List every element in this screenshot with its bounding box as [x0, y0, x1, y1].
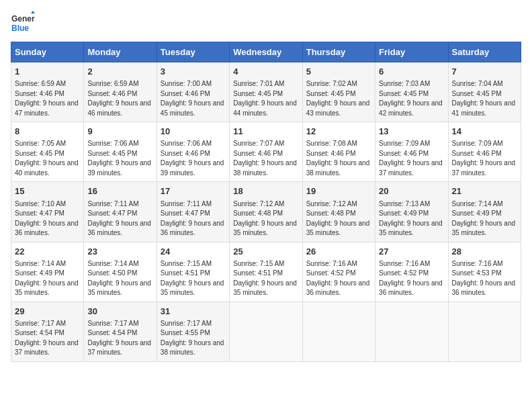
day-number: 20 [379, 185, 444, 197]
svg-text:General: General [11, 14, 35, 24]
cell-info: Sunrise: 7:00 AMSunset: 4:46 PMDaylight:… [161, 79, 226, 118]
day-number: 9 [87, 126, 152, 138]
weekday-header-sunday: Sunday [11, 42, 84, 62]
cell-info: Sunrise: 7:03 AMSunset: 4:45 PMDaylight:… [379, 79, 444, 118]
cell-info: Sunrise: 7:02 AMSunset: 4:45 PMDaylight:… [306, 79, 371, 118]
cell-info: Sunrise: 7:12 AMSunset: 4:48 PMDaylight:… [233, 199, 298, 238]
calendar-cell: 22Sunrise: 7:14 AMSunset: 4:49 PMDayligh… [11, 242, 84, 302]
calendar-cell: 16Sunrise: 7:11 AMSunset: 4:47 PMDayligh… [84, 182, 157, 242]
weekday-header-saturday: Saturday [448, 42, 521, 62]
day-number: 16 [87, 185, 152, 197]
cell-info: Sunrise: 7:05 AMSunset: 4:45 PMDaylight:… [15, 139, 80, 178]
day-number: 26 [306, 246, 371, 258]
weekday-header-friday: Friday [375, 42, 448, 62]
cell-info: Sunrise: 6:59 AMSunset: 4:46 PMDaylight:… [15, 79, 80, 118]
day-number: 22 [15, 246, 80, 258]
calendar-cell [230, 302, 302, 361]
day-number: 12 [306, 126, 371, 138]
day-number: 17 [161, 185, 226, 197]
cell-info: Sunrise: 7:15 AMSunset: 4:51 PMDaylight:… [161, 259, 226, 298]
calendar-cell: 1Sunrise: 6:59 AMSunset: 4:46 PMDaylight… [11, 62, 84, 122]
calendar-cell [375, 302, 448, 361]
calendar-cell: 3Sunrise: 7:00 AMSunset: 4:46 PMDaylight… [157, 62, 229, 122]
calendar-cell: 15Sunrise: 7:10 AMSunset: 4:47 PMDayligh… [11, 182, 84, 242]
day-number: 27 [379, 246, 444, 258]
day-number: 23 [87, 246, 152, 258]
calendar-cell: 11Sunrise: 7:07 AMSunset: 4:46 PMDayligh… [230, 122, 302, 182]
day-number: 6 [379, 66, 444, 78]
day-number: 13 [379, 126, 444, 138]
calendar-cell: 4Sunrise: 7:01 AMSunset: 4:45 PMDaylight… [230, 62, 302, 122]
cell-info: Sunrise: 7:10 AMSunset: 4:47 PMDaylight:… [15, 199, 80, 238]
cell-info: Sunrise: 7:16 AMSunset: 4:53 PMDaylight:… [452, 259, 517, 298]
day-number: 31 [161, 306, 226, 318]
day-number: 3 [161, 66, 226, 78]
cell-info: Sunrise: 6:59 AMSunset: 4:46 PMDaylight:… [87, 79, 152, 118]
cell-info: Sunrise: 7:06 AMSunset: 4:46 PMDaylight:… [161, 139, 226, 178]
cell-info: Sunrise: 7:06 AMSunset: 4:45 PMDaylight:… [87, 139, 152, 178]
day-number: 19 [306, 185, 371, 197]
day-number: 2 [87, 66, 152, 78]
calendar-cell: 26Sunrise: 7:16 AMSunset: 4:52 PMDayligh… [302, 242, 375, 302]
page-header: General Blue [11, 11, 521, 35]
day-number: 5 [306, 66, 371, 78]
cell-info: Sunrise: 7:17 AMSunset: 4:55 PMDaylight:… [161, 319, 226, 358]
cell-info: Sunrise: 7:04 AMSunset: 4:45 PMDaylight:… [452, 79, 517, 118]
calendar-week-4: 22Sunrise: 7:14 AMSunset: 4:49 PMDayligh… [11, 242, 521, 302]
calendar-table: SundayMondayTuesdayWednesdayThursdayFrid… [11, 42, 521, 362]
day-number: 29 [15, 306, 80, 318]
calendar-cell: 7Sunrise: 7:04 AMSunset: 4:45 PMDaylight… [448, 62, 521, 122]
cell-info: Sunrise: 7:16 AMSunset: 4:52 PMDaylight:… [379, 259, 444, 298]
calendar-cell: 6Sunrise: 7:03 AMSunset: 4:45 PMDaylight… [375, 62, 448, 122]
calendar-cell: 31Sunrise: 7:17 AMSunset: 4:55 PMDayligh… [157, 302, 229, 361]
calendar-week-5: 29Sunrise: 7:17 AMSunset: 4:54 PMDayligh… [11, 302, 521, 361]
day-number: 4 [233, 66, 298, 78]
calendar-cell: 23Sunrise: 7:14 AMSunset: 4:50 PMDayligh… [84, 242, 157, 302]
cell-info: Sunrise: 7:07 AMSunset: 4:46 PMDaylight:… [233, 139, 298, 178]
day-number: 8 [15, 126, 80, 138]
weekday-header-monday: Monday [84, 42, 157, 62]
calendar-week-3: 15Sunrise: 7:10 AMSunset: 4:47 PMDayligh… [11, 182, 521, 242]
day-number: 1 [15, 66, 80, 78]
cell-info: Sunrise: 7:11 AMSunset: 4:47 PMDaylight:… [87, 199, 152, 238]
day-number: 7 [452, 66, 517, 78]
cell-info: Sunrise: 7:15 AMSunset: 4:51 PMDaylight:… [233, 259, 298, 298]
cell-info: Sunrise: 7:08 AMSunset: 4:46 PMDaylight:… [306, 139, 371, 178]
calendar-cell: 30Sunrise: 7:17 AMSunset: 4:54 PMDayligh… [84, 302, 157, 361]
day-number: 14 [452, 126, 517, 138]
day-number: 30 [87, 306, 152, 318]
calendar-cell [448, 302, 521, 361]
calendar-cell: 13Sunrise: 7:09 AMSunset: 4:46 PMDayligh… [375, 122, 448, 182]
cell-info: Sunrise: 7:17 AMSunset: 4:54 PMDaylight:… [15, 319, 80, 358]
calendar-cell: 24Sunrise: 7:15 AMSunset: 4:51 PMDayligh… [157, 242, 229, 302]
cell-info: Sunrise: 7:17 AMSunset: 4:54 PMDaylight:… [87, 319, 152, 358]
cell-info: Sunrise: 7:12 AMSunset: 4:48 PMDaylight:… [306, 199, 371, 238]
cell-info: Sunrise: 7:09 AMSunset: 4:46 PMDaylight:… [452, 139, 517, 178]
calendar-cell: 2Sunrise: 6:59 AMSunset: 4:46 PMDaylight… [84, 62, 157, 122]
day-number: 21 [452, 185, 517, 197]
day-number: 15 [15, 185, 80, 197]
calendar-week-2: 8Sunrise: 7:05 AMSunset: 4:45 PMDaylight… [11, 122, 521, 182]
day-number: 18 [233, 185, 298, 197]
calendar-cell: 21Sunrise: 7:14 AMSunset: 4:49 PMDayligh… [448, 182, 521, 242]
day-number: 25 [233, 246, 298, 258]
calendar-cell: 14Sunrise: 7:09 AMSunset: 4:46 PMDayligh… [448, 122, 521, 182]
calendar-cell [302, 302, 375, 361]
logo-svg: General Blue [11, 11, 35, 35]
cell-info: Sunrise: 7:16 AMSunset: 4:52 PMDaylight:… [306, 259, 371, 298]
cell-info: Sunrise: 7:01 AMSunset: 4:45 PMDaylight:… [233, 79, 298, 118]
cell-info: Sunrise: 7:14 AMSunset: 4:49 PMDaylight:… [15, 259, 80, 298]
calendar-cell: 5Sunrise: 7:02 AMSunset: 4:45 PMDaylight… [302, 62, 375, 122]
calendar-cell: 19Sunrise: 7:12 AMSunset: 4:48 PMDayligh… [302, 182, 375, 242]
cell-info: Sunrise: 7:14 AMSunset: 4:49 PMDaylight:… [452, 199, 517, 238]
calendar-cell: 12Sunrise: 7:08 AMSunset: 4:46 PMDayligh… [302, 122, 375, 182]
cell-info: Sunrise: 7:11 AMSunset: 4:47 PMDaylight:… [161, 199, 226, 238]
calendar-cell: 28Sunrise: 7:16 AMSunset: 4:53 PMDayligh… [448, 242, 521, 302]
svg-text:Blue: Blue [11, 24, 29, 33]
weekday-header-thursday: Thursday [302, 42, 375, 62]
calendar-cell: 8Sunrise: 7:05 AMSunset: 4:45 PMDaylight… [11, 122, 84, 182]
day-number: 28 [452, 246, 517, 258]
calendar-cell: 10Sunrise: 7:06 AMSunset: 4:46 PMDayligh… [157, 122, 229, 182]
logo: General Blue [11, 11, 35, 35]
calendar-cell: 20Sunrise: 7:13 AMSunset: 4:49 PMDayligh… [375, 182, 448, 242]
